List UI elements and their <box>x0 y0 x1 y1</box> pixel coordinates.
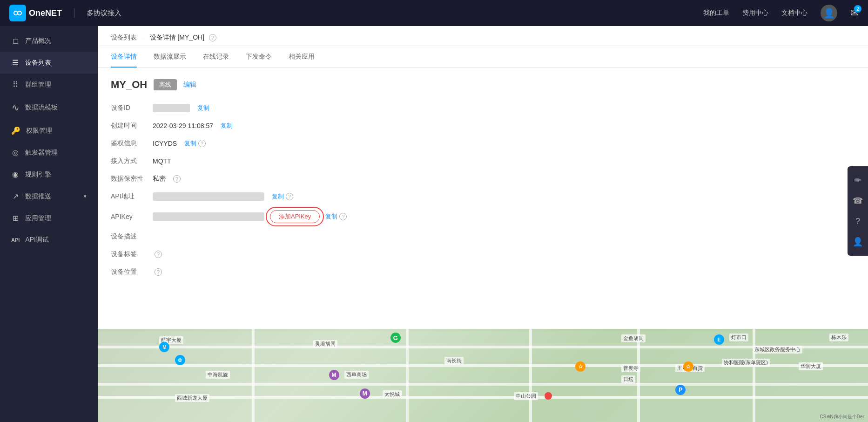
breadcrumb-info-icon[interactable]: ? <box>209 34 216 41</box>
map-poi-1: M <box>159 342 169 352</box>
sidebar-item-label: 应用管理 <box>25 214 51 223</box>
map-label-xiehe: 协和医院(东单院区) <box>722 359 770 367</box>
value-device-id <box>153 104 190 112</box>
breadcrumb-device-list[interactable]: 设备列表 <box>111 34 137 41</box>
field-access-method: 接入方式 MQTT <box>111 157 855 165</box>
sidebar-item-trigger[interactable]: ◎ 触发器管理 <box>0 142 98 163</box>
field-auth-info: 鉴权信息 ICYYDS 复制 ? <box>111 139 855 148</box>
svg-point-1 <box>18 11 21 15</box>
value-api-address <box>153 192 264 201</box>
map-copyright: CS⊕N@小尚是个Der <box>820 414 864 420</box>
nav-page-title: 多协议接入 <box>87 9 121 18</box>
breadcrumb-sep: – <box>141 34 147 41</box>
sidebar-item-group-management[interactable]: ⠿ 群组管理 <box>0 74 98 95</box>
map-poi-shop2: M <box>360 388 370 399</box>
api-address-info-icon[interactable]: ? <box>286 193 293 200</box>
sidebar-item-product-overview[interactable]: ◻ 产品概况 <box>0 30 98 52</box>
label-data-privacy: 数据保密性 <box>111 175 153 183</box>
sidebar-item-label: 规则引擎 <box>25 170 51 179</box>
field-apikey: APIKey 添加APIKey 复制 ? <box>111 210 855 223</box>
map-poi-2: ② <box>175 355 185 365</box>
map-poi-park: P <box>675 385 686 395</box>
sidebar-item-label: 设备列表 <box>25 59 51 67</box>
label-device-tag: 设备标签 <box>111 250 153 259</box>
nav-link-docs[interactable]: 文档中心 <box>781 9 807 17</box>
field-device-desc: 设备描述 <box>111 232 855 241</box>
nav-divider <box>74 8 74 18</box>
map-label-xicheng: 西城新龙大厦 <box>175 394 209 402</box>
group-management-icon: ⠿ <box>11 80 20 89</box>
tab-bar: 设备详情 数据流展示 在线记录 下发命令 相关应用 <box>98 46 868 68</box>
field-create-time: 创建时间 2022-03-29 11:08:57 复制 <box>111 122 855 130</box>
field-device-tag: 设备标签 ? <box>111 250 855 259</box>
label-apikey: APIKey <box>111 213 153 220</box>
apikey-info-icon[interactable]: ? <box>339 213 347 220</box>
tab-issue-command[interactable]: 下发命令 <box>246 46 272 68</box>
sidebar-item-rule-engine[interactable]: ◉ 规则引擎 <box>0 163 98 185</box>
sidebar-item-api-debug[interactable]: API API调试 <box>0 229 98 251</box>
nav-link-billing[interactable]: 费用中心 <box>742 9 768 17</box>
value-access-method: MQTT <box>153 157 171 165</box>
field-api-address: API地址 复制 ? <box>111 192 855 201</box>
copy-create-time[interactable]: 复制 <box>221 122 233 130</box>
sidebar-item-data-push[interactable]: ↗ 数据推送 ▾ <box>0 185 98 207</box>
map-poi-temple: ☆ <box>575 361 585 372</box>
tab-device-detail[interactable]: 设备详情 <box>111 46 137 68</box>
map-label-pudu: 普度寺 <box>621 364 640 372</box>
value-apikey <box>153 212 264 221</box>
tab-data-flow[interactable]: 数据流展示 <box>154 46 186 68</box>
map-label-lingjing: 灵境胡同 <box>313 340 337 348</box>
toolbar-phone-button[interactable]: ☎ <box>848 191 868 211</box>
map-placeholder: 灵境胡同 西单商场 太悦城 西城新龙大厦 中海凯旋 航宇大厦 南长街 中山公园 … <box>98 329 868 422</box>
expand-arrow-icon: ▾ <box>84 193 87 199</box>
toolbar-edit-button[interactable]: ✏ <box>848 170 868 191</box>
map-area: 灵境胡同 西单商场 太悦城 西城新龙大厦 中海凯旋 航宇大厦 南长街 中山公园 … <box>98 329 868 422</box>
map-label-dongcheng: 东城区政务服务中心 <box>753 346 802 354</box>
right-toolbar: ✏ ☎ ? 👤 <box>848 166 868 256</box>
map-label-ritan: 日坛 <box>621 375 635 383</box>
data-privacy-info-icon[interactable]: ? <box>173 175 181 183</box>
tab-related-apps[interactable]: 相关应用 <box>289 46 315 68</box>
status-badge: 离线 <box>154 79 177 90</box>
logo[interactable]: OneNET <box>9 5 62 21</box>
mail-button[interactable]: ✉ 2 <box>850 7 859 19</box>
add-apikey-button[interactable]: 添加APIKey <box>270 210 320 223</box>
sidebar-item-device-list[interactable]: ☰ 设备列表 <box>0 52 98 74</box>
breadcrumb-current: 设备详情 [MY_OH] <box>150 34 204 41</box>
device-tag-info-icon[interactable]: ? <box>155 251 162 258</box>
data-template-icon: ∿ <box>11 102 20 113</box>
device-header: MY_OH 离线 编辑 <box>111 79 855 91</box>
svg-point-0 <box>14 11 18 15</box>
auth-info-icon[interactable]: ? <box>198 140 206 147</box>
label-device-location: 设备位置 <box>111 268 153 276</box>
sidebar-item-app-management[interactable]: ⊞ 应用管理 <box>0 207 98 229</box>
map-poi-shop: M <box>329 370 339 380</box>
map-poi-dept: ☆ <box>683 361 693 372</box>
toolbar-user-button[interactable]: 👤 <box>848 231 868 252</box>
label-device-desc: 设备描述 <box>111 232 153 241</box>
label-device-id: 设备ID <box>111 104 153 112</box>
map-poi-east: E <box>714 334 724 345</box>
tab-online-record[interactable]: 在线记录 <box>203 46 229 68</box>
copy-apikey[interactable]: 复制 <box>325 212 337 221</box>
api-debug-icon: API <box>11 237 20 243</box>
sidebar-item-data-template[interactable]: ∿ 数据流模板 <box>0 95 98 120</box>
app-management-icon: ⊞ <box>11 214 20 223</box>
sidebar-item-label: 数据推送 <box>25 192 51 201</box>
avatar[interactable]: 👤 <box>821 5 837 21</box>
nav-right: 我的工单 费用中心 文档中心 👤 ✉ 2 <box>703 5 859 21</box>
sidebar-item-label: API调试 <box>25 236 49 244</box>
sidebar-item-label: 群组管理 <box>25 81 51 89</box>
copy-device-id[interactable]: 复制 <box>197 104 209 112</box>
device-location-info-icon[interactable]: ? <box>155 268 162 276</box>
value-auth-info: ICYYDS <box>153 140 177 147</box>
toolbar-help-button[interactable]: ? <box>848 211 868 231</box>
copy-auth-info[interactable]: 复制 <box>184 139 196 148</box>
copy-api-address[interactable]: 复制 <box>272 192 284 201</box>
sidebar-item-permission[interactable]: 🔑 权限管理 <box>0 120 98 142</box>
edit-button[interactable]: 编辑 <box>183 81 196 89</box>
mail-badge: 2 <box>854 5 861 13</box>
field-device-id: 设备ID 复制 <box>111 104 855 112</box>
main-layout: ◻ 产品概况 ☰ 设备列表 ⠿ 群组管理 ∿ 数据流模板 🔑 权限管理 ◎ 触发… <box>0 26 868 422</box>
nav-link-workorder[interactable]: 我的工单 <box>703 9 729 17</box>
